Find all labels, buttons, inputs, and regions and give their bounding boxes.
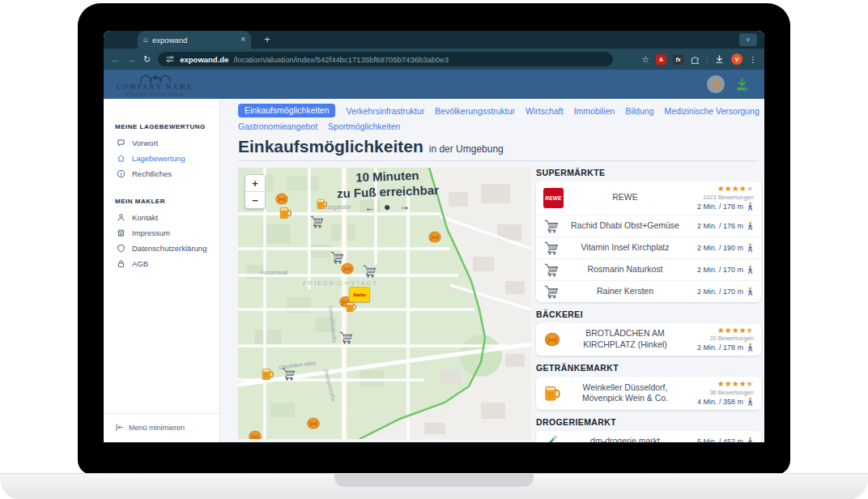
map[interactable]: Herzogstraße Fürstenwall FRIEDRICHSTADT … [238, 168, 531, 439]
poi-row[interactable]: BROTLÄDCHEN AM KIRCHPLATZ (Hinkel) ★★★★★… [536, 323, 761, 356]
map-marker-cart-icon[interactable] [281, 367, 296, 384]
tab-close-icon[interactable]: × [240, 36, 245, 44]
browser-avatar[interactable]: V [731, 53, 742, 65]
map-zoom-control: + − [245, 174, 266, 209]
toolbar-divider [707, 54, 708, 64]
fx-extension-icon[interactable]: fx [673, 54, 683, 65]
tab-verkehrsinfrastruktur[interactable]: Verkehrsinfrastruktur [346, 106, 424, 116]
rating-stars-icon: ★★★★★★★★★★ [717, 326, 754, 335]
browser-window: ⌂ expowand × + ∨ ← → ↻ expowand.de/locat… [104, 31, 764, 442]
map-zoom-in-button[interactable]: + [245, 175, 265, 192]
poi-row[interactable]: Rachid Dhabi Obst+Gemüse 2 Min. / 176 m [536, 215, 761, 237]
map-marker-pretzel-icon[interactable] [248, 430, 262, 439]
map-marker-cart-icon[interactable] [330, 250, 345, 267]
walking-person-icon [747, 202, 754, 211]
sidebar-item-label: AGB [132, 259, 148, 268]
tab-einkaufsmoeglichkeiten[interactable]: Einkaufsmöglichkeiten [238, 104, 335, 117]
home-icon [117, 154, 126, 163]
sidebar-item-agb[interactable]: AGB [104, 256, 219, 271]
title-divider [238, 160, 758, 161]
sidebar-item-kontakt[interactable]: Kontakt [104, 210, 219, 225]
map-marker-beer-icon[interactable] [345, 301, 357, 316]
sidebar-item-label: Vorwort [132, 139, 158, 147]
browser-toolbar: ← → ↻ expowand.de/locationValuation/inde… [104, 49, 764, 70]
rewe-logo: REWE [543, 188, 564, 208]
sun-icon [710, 79, 722, 91]
poi-row-rewe[interactable]: REWE REWE ★★★★★★★★★★ 1023 Bewertungen 2 … [536, 181, 761, 215]
poi-section-title-getraenkemarkt: GETRÄNKEMARKT [536, 363, 761, 373]
map-zoom-out-button[interactable]: − [245, 192, 265, 208]
poi-card-supermaerkte: REWE REWE ★★★★★★★★★★ 1023 Bewertungen 2 … [536, 181, 761, 302]
lock-icon [117, 259, 126, 268]
url-bar[interactable]: expowand.de/locationValuation/index/542f… [158, 52, 613, 66]
browser-menu-icon[interactable]: ⋮ [749, 55, 757, 64]
rating-stars-icon: ★★★★★★★★★★ [717, 380, 754, 388]
pretzel-icon [543, 332, 561, 347]
poi-distance: 2 Min. / 178 m [697, 203, 743, 211]
poi-section-title-supermaerkte: SUPERMÄRKTE [536, 168, 761, 177]
storefront-icon [117, 228, 126, 237]
tab-bildung[interactable]: Bildung [625, 106, 653, 116]
poi-card-baeckerei: BROTLÄDCHEN AM KIRCHPLATZ (Hinkel) ★★★★★… [536, 323, 761, 356]
extensions-puzzle-icon[interactable] [690, 54, 700, 65]
map-marker-beer-icon[interactable] [261, 367, 274, 384]
poi-name: Rosmarin Naturkost [568, 264, 683, 275]
poi-name: BROTLÄDCHEN AM KIRCHPLATZ (Hinkel) [568, 328, 683, 350]
shopping-cart-icon [543, 284, 560, 299]
poi-distance: 4 Min. / 358 m [697, 398, 743, 406]
walking-person-icon [747, 437, 754, 442]
map-marker-pretzel-icon[interactable] [306, 417, 321, 433]
page-title: Einkaufsmöglichkeiten [238, 137, 423, 156]
walking-person-icon [747, 397, 754, 407]
poi-row[interactable]: dm-drogerie markt 5 Min. / 452 m [536, 431, 761, 443]
walking-person-icon [747, 343, 754, 352]
poi-row[interactable]: Weinkeller Düsseldorf, Mövenpick Wein & … [536, 377, 761, 410]
poi-reviews: 1023 Bewertungen [703, 194, 754, 201]
poi-panel: SUPERMÄRKTE REWE REWE ★★★★★★★★★★ 1023 Be… [536, 168, 761, 442]
tab-gastronomieangebot[interactable]: Gastronomieangebot [238, 122, 317, 131]
walking-person-icon [747, 221, 754, 231]
poi-card-getraenkemarkt: Weinkeller Düsseldorf, Mövenpick Wein & … [536, 377, 761, 410]
app-header: COMPANY NAME Slogan Goes Here [104, 70, 764, 99]
tab-title: expowand [152, 36, 236, 45]
map-marker-beer-icon[interactable] [279, 206, 292, 223]
minimize-menu-button[interactable]: Menü minimieren [104, 413, 219, 442]
sidebar-item-datenschutz[interactable]: Datenschutzerklärung [104, 241, 219, 256]
tab-bevoelkerungsstruktur[interactable]: Bevölkerungsstruktur [435, 106, 515, 116]
sidebar-item-label: Datenschutzerklärung [132, 244, 206, 253]
sidebar-item-rechtliches[interactable]: Rechtliches [104, 166, 219, 181]
theme-toggle-button[interactable] [707, 75, 725, 93]
poi-row[interactable]: Rainer Kersten 2 Min. / 170 m [536, 280, 761, 302]
sidebar-item-vorwort[interactable]: Vorwort [104, 135, 219, 151]
map-marker-cart-icon[interactable] [362, 264, 377, 281]
browser-tab[interactable]: ⌂ expowand × [138, 31, 251, 49]
tab-immobilien[interactable]: Immobilien [574, 106, 615, 116]
map-marker-pretzel-icon[interactable] [428, 231, 442, 246]
poi-row[interactable]: Rosmarin Naturkost 2 Min. / 170 m [536, 258, 761, 280]
bookmark-star-icon[interactable]: ☆ [641, 54, 649, 65]
new-tab-button[interactable]: + [261, 33, 274, 46]
downloads-icon[interactable] [714, 54, 725, 65]
map-marker-cart-icon[interactable] [309, 215, 325, 232]
map-marker-beer-icon[interactable] [316, 198, 328, 213]
download-report-button[interactable] [734, 77, 750, 92]
site-settings-icon[interactable] [165, 54, 175, 64]
tab-sportmoeglichkeiten[interactable]: Sportmöglichkeiten [328, 122, 400, 131]
poi-row[interactable]: Vitamin Insel Kirchplatz 2 Min. / 190 m [536, 237, 761, 258]
shopping-cart-icon [543, 262, 560, 277]
back-icon[interactable]: ← [111, 55, 120, 64]
tab-wirtschaft[interactable]: Wirtschaft [525, 106, 564, 116]
toothbrush-icon [543, 434, 558, 442]
sidebar-item-impressum[interactable]: Impressum [104, 225, 219, 241]
adobe-extension-icon[interactable]: A [656, 54, 666, 65]
map-marker-cart-icon[interactable] [338, 331, 354, 348]
poi-name: dm-drogerie markt [568, 436, 683, 442]
tab-medizinische-versorgung[interactable]: Medizinische Versorgung [664, 106, 759, 116]
reload-icon[interactable]: ↻ [143, 55, 151, 64]
poi-name: Rainer Kersten [568, 286, 683, 297]
sidebar-item-lagebewertung[interactable]: Lagebewertung [104, 151, 219, 166]
forward-icon[interactable]: → [127, 55, 136, 64]
tab-search-button[interactable]: ∨ [739, 33, 757, 46]
map-marker-netto[interactable]: Netto [349, 287, 370, 302]
rating-stars-icon: ★★★★★★★★★★ [717, 185, 754, 193]
